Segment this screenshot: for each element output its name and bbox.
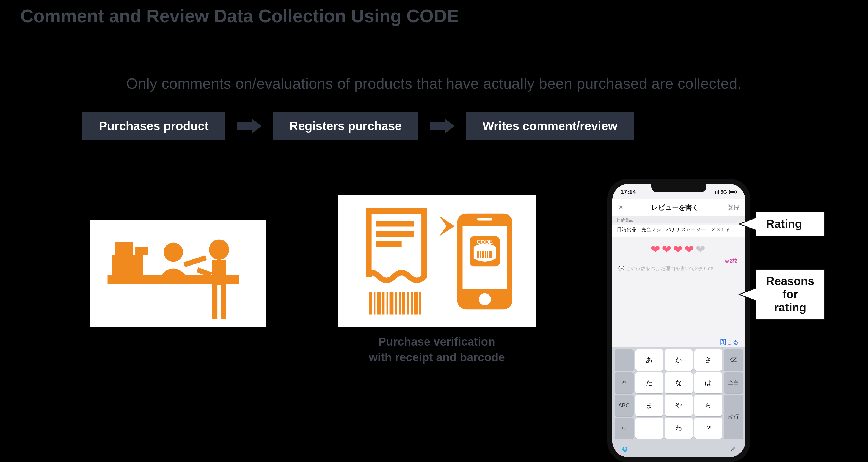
svg-rect-15 <box>376 241 402 247</box>
illustration-purchase <box>90 220 267 327</box>
kbd-key[interactable]: は <box>694 372 722 394</box>
svg-rect-25 <box>407 292 409 315</box>
svg-marker-1 <box>430 118 455 134</box>
svg-rect-19 <box>382 292 384 315</box>
svg-rect-36 <box>477 251 479 258</box>
phone-screen: 17:14 ııl 5G ✕ レビューを書く 登録 日清食品 日清食品 完全メシ… <box>612 184 745 457</box>
svg-rect-20 <box>386 292 388 315</box>
illustration-register: CODE <box>338 195 536 327</box>
page-subtitle: Only comments on/evaluations of products… <box>0 75 868 92</box>
kbd-key[interactable]: か <box>665 349 692 371</box>
svg-rect-38 <box>482 251 484 258</box>
kbd-key[interactable]: た <box>636 372 663 394</box>
register-column: CODE Purchase verification with receipt … <box>338 179 536 365</box>
callouts: Rating Reasons for rating <box>756 212 825 320</box>
svg-rect-27 <box>414 292 417 315</box>
svg-rect-28 <box>419 292 421 315</box>
kbd-key[interactable]: ABC <box>615 395 634 416</box>
svg-rect-2 <box>113 255 143 275</box>
svg-marker-0 <box>237 118 261 134</box>
kbd-key[interactable]: わ <box>665 418 692 439</box>
svg-rect-17 <box>374 292 375 315</box>
svg-rect-13 <box>376 221 414 227</box>
status-signal: ııl 5G <box>715 189 727 195</box>
svg-rect-18 <box>377 292 381 315</box>
svg-rect-23 <box>399 292 401 315</box>
keyboard: → あ か さ ⌫ ↶ た な は 空白 ABC ま や <box>612 347 745 457</box>
svg-point-8 <box>209 239 229 260</box>
svg-rect-26 <box>411 292 413 315</box>
review-column: 17:14 ııl 5G ✕ レビューを書く 登録 日清食品 日清食品 完全メシ… <box>607 179 778 462</box>
mic-icon[interactable]: 🎤 <box>730 446 736 452</box>
arrow-icon <box>237 118 261 134</box>
rating-hearts[interactable]: ❤❤❤❤❤ <box>612 243 745 256</box>
brand-band: 日清食品 <box>612 216 745 224</box>
kbd-key[interactable]: あ <box>636 349 663 371</box>
svg-rect-33 <box>477 218 492 221</box>
step-purchase: Purchases product <box>83 112 225 140</box>
page-title: Comment and Review Data Collection Using… <box>20 5 459 26</box>
kbd-key-emoji[interactable]: ☺ <box>615 418 634 439</box>
kbd-key[interactable]: や <box>665 395 692 416</box>
battery-icon <box>730 190 737 194</box>
svg-point-32 <box>479 293 491 306</box>
keyboard-bottom: 🌐 🎤 <box>612 441 745 457</box>
product-name: 日清食品 完全メシ バナナスムージー ２３５ｇ <box>612 225 745 237</box>
kbd-key[interactable]: さ <box>694 349 722 371</box>
illustration-row: CODE Purchase verification with receipt … <box>0 179 868 462</box>
keyboard-grid: → あ か さ ⌫ ↶ た な は 空白 ABC ま や <box>612 347 745 441</box>
kbd-key[interactable]: な <box>665 372 692 394</box>
svg-rect-40 <box>487 251 488 258</box>
step-register: Registers purchase <box>273 112 418 140</box>
review-placeholder[interactable]: この点数をつけた理由を書いて2枚 Get! <box>618 265 713 272</box>
svg-rect-9 <box>212 260 226 285</box>
phone-notch <box>651 184 706 192</box>
kbd-key-backspace[interactable]: ⌫ <box>724 349 743 371</box>
svg-rect-39 <box>485 251 486 258</box>
svg-rect-11 <box>220 284 226 319</box>
svg-rect-44 <box>736 191 737 193</box>
step-review: Writes comment/review <box>466 112 634 140</box>
kbd-key[interactable]: ↶ <box>615 372 634 394</box>
svg-point-6 <box>163 242 183 262</box>
submit-button[interactable]: 登録 <box>727 203 739 211</box>
close-keyboard-button[interactable]: 閉じる <box>720 338 739 346</box>
svg-rect-43 <box>730 191 735 194</box>
kbd-key[interactable]: ま <box>636 395 663 416</box>
svg-rect-10 <box>212 284 217 319</box>
reward-badge: 2枚 <box>725 258 737 264</box>
svg-rect-3 <box>115 242 133 255</box>
callout-rating: Rating <box>756 212 825 236</box>
slide: Comment and Review Data Collection Using… <box>0 0 868 462</box>
svg-rect-37 <box>479 251 480 258</box>
svg-rect-22 <box>395 292 397 315</box>
svg-rect-24 <box>402 292 405 315</box>
svg-rect-14 <box>376 231 414 237</box>
kbd-key[interactable]: → <box>615 349 634 371</box>
close-button[interactable]: ✕ <box>618 204 623 211</box>
svg-marker-29 <box>439 216 455 236</box>
app-header: ✕ レビューを書く 登録 <box>612 199 745 216</box>
globe-icon[interactable]: 🌐 <box>622 446 628 452</box>
process-steps: Purchases product Registers purchase Wri… <box>83 112 634 140</box>
kbd-key-space[interactable]: 空白 <box>724 372 743 394</box>
svg-rect-41 <box>489 251 492 258</box>
app-header-title: レビューを書く <box>651 203 699 212</box>
callout-reasons: Reasons for rating <box>756 269 825 320</box>
kbd-key[interactable] <box>636 418 663 439</box>
kbd-key-return[interactable]: 改行 <box>724 395 743 439</box>
arrow-icon <box>430 118 455 134</box>
kbd-key[interactable]: .?! <box>694 418 722 439</box>
svg-rect-21 <box>389 292 394 315</box>
svg-rect-16 <box>369 292 372 315</box>
register-caption: Purchase verification with receipt and b… <box>369 334 505 365</box>
status-time: 17:14 <box>621 189 636 196</box>
svg-rect-7 <box>183 255 207 267</box>
svg-rect-4 <box>135 247 148 255</box>
phone-frame: 17:14 ııl 5G ✕ レビューを書く 登録 日清食品 日清食品 完全メシ… <box>607 179 750 462</box>
kbd-key[interactable]: ら <box>694 395 722 416</box>
cashier-icon <box>96 224 261 323</box>
